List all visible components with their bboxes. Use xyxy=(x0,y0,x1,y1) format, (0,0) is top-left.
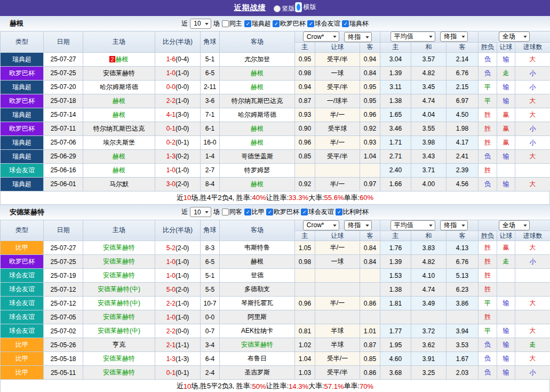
home-team-name: 赫根 xyxy=(113,153,125,160)
outcome-result-cell: 平 xyxy=(479,297,497,310)
match-filter: 近 10 ▼ 场 同主 瑞典超欧罗巴杯球会友谊瑞典杯 xyxy=(181,19,368,29)
summary-text: 场,胜5平2负3, 胜率: xyxy=(191,381,252,391)
same-venue-checkbox[interactable] xyxy=(222,20,229,27)
final-average-select[interactable]: 终指▼ xyxy=(440,220,468,230)
avg-draw-cell xyxy=(411,310,447,324)
score-cell: 1-0(1-0) xyxy=(155,163,201,177)
fulltime-scope-select[interactable]: 全场▼ xyxy=(499,220,530,230)
league-filter-item: 比利时杯 xyxy=(336,207,369,217)
home-team-cell: 安德莱赫特 xyxy=(83,241,155,255)
subcol-header-goals-result: 进球数 xyxy=(515,231,550,241)
avg-draw-cell: 4.82 xyxy=(411,255,447,269)
handicap-cell: 半球 xyxy=(315,338,360,352)
league-checkbox[interactable] xyxy=(307,20,314,27)
outcome-result-cell: 负 xyxy=(479,66,497,80)
avg-away-cell xyxy=(447,310,479,324)
score-cell: 4-1(3-0) xyxy=(155,108,201,122)
fulltime-score: 2-1 xyxy=(166,341,176,349)
type-badge: 球会友谊 xyxy=(1,297,44,310)
away-team-cell: 圣吉罗斯 xyxy=(220,366,295,380)
average-odds-select[interactable]: 平均值▼ xyxy=(390,220,435,230)
match-row: 球会友谊25-07-12安德莱赫特(中)5-0(2-0)5-5多德勒支1.384… xyxy=(1,283,550,297)
final-odds-select[interactable]: 终指▼ xyxy=(344,220,372,230)
fulltime-score: 1-3 xyxy=(166,153,176,160)
column-header-score: 比分(半场) xyxy=(155,220,201,241)
halftime-score: (1-0) xyxy=(176,300,189,307)
select-value: 终指 xyxy=(444,221,457,230)
page-title: 近期战绩 xyxy=(234,3,266,13)
goals-result-cell: 小 xyxy=(515,66,550,80)
column-header-score: 比分(半场) xyxy=(155,31,201,53)
match-row: 比甲25-07-27安德莱赫特5-2(2-0)8-3韦斯特鲁1.05半/一0.8… xyxy=(1,241,550,255)
odds-away-cell: 0.92 xyxy=(360,122,380,135)
league-checkbox-label: 比甲 xyxy=(252,207,265,217)
summary-text: 场,胜4平2负4, 胜率: xyxy=(191,193,252,203)
fulltime-score: 1-6 xyxy=(166,55,176,63)
fulltime-score: 1-0 xyxy=(166,272,176,279)
avg-home-cell: 1.38 xyxy=(380,94,411,108)
league-checkbox[interactable] xyxy=(273,20,280,27)
away-team-cell: 赫根 xyxy=(220,135,295,149)
league-checkbox-label: 欧罗巴杯 xyxy=(274,207,299,217)
league-checkbox[interactable] xyxy=(336,209,342,215)
home-team-name: 哈尔姆斯塔德 xyxy=(100,83,138,91)
subcol-header-avg-home: 主 xyxy=(380,42,411,52)
crow-odds-select[interactable]: Crow*▼ xyxy=(303,31,339,42)
crow-odds-select[interactable]: Crow*▼ xyxy=(303,220,339,230)
halftime-score: (0-4) xyxy=(176,55,189,63)
match-count-select[interactable]: 10 ▼ xyxy=(190,19,211,29)
radio-vertical-layout[interactable]: 竖版 xyxy=(274,4,295,13)
handicap-cell: 一/球半 xyxy=(315,94,360,108)
fulltime-score: 0-2 xyxy=(166,139,176,146)
match-row: 瑞典超25-07-272赫根1-6(0-4)5-1尤尔加登0.95受平/半0.9… xyxy=(1,52,550,66)
subcol-header-odds-home: 主 xyxy=(295,42,315,52)
league-checkbox[interactable] xyxy=(266,209,273,215)
summary-text: 单率: xyxy=(344,193,360,203)
away-team-cell: 多德勒支 xyxy=(220,283,295,297)
score-cell: 3-0(2-0) xyxy=(155,177,201,191)
final-average-select[interactable]: 终指▼ xyxy=(440,31,468,42)
away-team-name: AEK拉纳卡 xyxy=(241,327,273,334)
average-odds-select[interactable]: 平均值▼ xyxy=(390,31,435,42)
subcol-header-outcome: 胜负 xyxy=(479,231,497,241)
summary-text: 单率: xyxy=(344,381,360,391)
date-cell: 25-06-29 xyxy=(44,149,83,163)
league-checkbox[interactable] xyxy=(342,20,349,27)
odds-away-cell: 0.87 xyxy=(360,338,380,352)
home-team-name: 赫根 xyxy=(113,97,125,105)
final-odds-select[interactable]: 终指▼ xyxy=(344,32,372,42)
outcome-result-cell: 平 xyxy=(479,80,497,94)
odds-home-cell: 0.98 xyxy=(295,255,315,269)
same-venue-checkbox[interactable] xyxy=(222,209,229,215)
match-row: 欧罗巴杯25-07-11特尔纳瓦斯巴达克0-1(0-0)6-1赫根0.90受半球… xyxy=(1,122,550,135)
avg-home-cell: 1.77 xyxy=(380,324,411,338)
league-checkbox[interactable] xyxy=(244,209,251,215)
results-table: 类型 日期 主场 比分(半场) 角球 客场 Crow*▼ 终指▼ 平均值▼ 终指… xyxy=(0,220,550,380)
goals-result-cell xyxy=(515,269,550,283)
radio-horizontal-layout[interactable]: 横版 xyxy=(295,2,316,12)
match-count-select[interactable]: 10 ▼ xyxy=(190,207,211,217)
type-badge: 瑞典超 xyxy=(1,80,44,94)
odds-away-cell: 0.94 xyxy=(360,52,380,66)
fulltime-scope-select[interactable]: 全场▼ xyxy=(499,31,530,42)
league-checkbox[interactable] xyxy=(301,209,308,215)
avg-away-cell: 2.14 xyxy=(447,52,479,66)
odds-away-cell: 0.85 xyxy=(360,352,380,366)
corner-cell: 8-3 xyxy=(201,241,220,255)
column-header-corner: 角球 xyxy=(201,220,220,241)
league-checkbox[interactable] xyxy=(244,20,251,27)
goals-result-cell xyxy=(515,163,550,177)
handicap-result-cell: 走 xyxy=(497,255,515,269)
type-badge: 欧罗巴杯 xyxy=(1,122,44,135)
outcome-result-cell: 负 xyxy=(479,52,497,66)
halftime-score: (1-0) xyxy=(176,272,189,279)
handicap-cell: 半/一 xyxy=(315,135,360,149)
home-team-cell: 埃尔夫斯堡 xyxy=(83,135,155,149)
match-row: 比甲25-05-11安德莱赫特0-1(0-1)2-4圣吉罗斯1.03受平/半0.… xyxy=(1,366,550,380)
handicap-result-cell: 输 xyxy=(497,352,515,366)
summary-text: 让胜率: xyxy=(266,381,289,391)
same-venue-label: 同客 xyxy=(229,207,242,217)
date-cell: 25-07-19 xyxy=(44,269,83,283)
goals-result-cell: 小 xyxy=(515,255,550,269)
match-row: 瑞典超25-07-20哈尔姆斯塔德0-0(0-0)2-11赫根0.94受平/半0… xyxy=(1,80,550,94)
